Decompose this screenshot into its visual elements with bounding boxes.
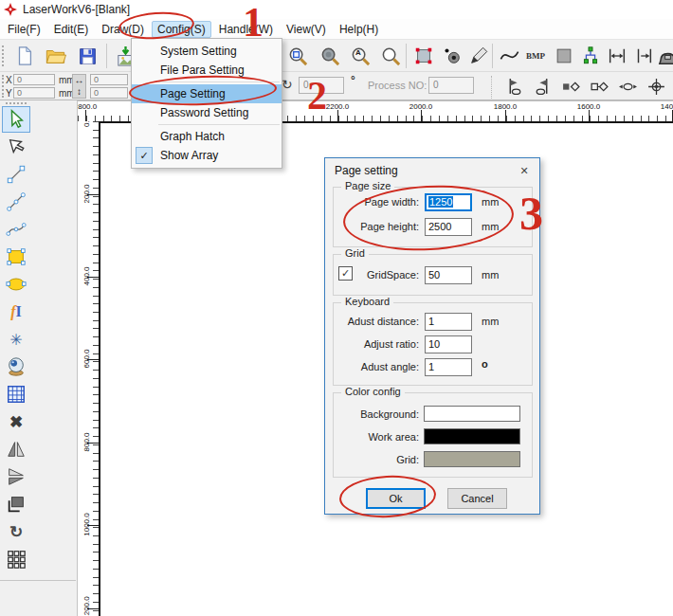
zoom-selection-icon [287, 45, 309, 67]
align-left-flag-button[interactable] [500, 73, 527, 100]
toolbar-separator [106, 44, 107, 68]
array-grid-icon [6, 549, 27, 570]
menu-file[interactable]: File(F) [2, 21, 46, 38]
laser-device-button[interactable] [654, 43, 673, 69]
x-coord-input[interactable]: 0 [13, 74, 55, 85]
cancel-button[interactable]: Cancel [447, 488, 507, 509]
text-tool-button[interactable]: fI [2, 299, 30, 325]
page-width-unit: mm [482, 196, 499, 208]
point-tool-button[interactable]: ✳ [2, 326, 30, 353]
array-tool-button[interactable] [2, 546, 30, 572]
delete-x-icon: ✖ [9, 412, 23, 432]
bmp-tool-button[interactable]: BMP [522, 43, 549, 69]
node-edit-mode-button[interactable] [577, 43, 604, 69]
page-width-input[interactable]: 1250 [425, 193, 472, 211]
adjust-angle-label: Adust angle: [325, 361, 419, 372]
pen-tool-button[interactable] [465, 43, 492, 69]
curve-smooth-button[interactable] [496, 43, 522, 69]
measure-offset-button[interactable] [630, 43, 657, 69]
background-color-label: Background: [325, 408, 419, 420]
rotate-angle-input[interactable]: 0 [299, 77, 344, 94]
x-coord-label: X [6, 75, 12, 85]
v-ruler-label: 400.0 [82, 258, 91, 296]
ok-button[interactable]: Ok [366, 488, 426, 509]
rectangle-tool-button[interactable] [2, 244, 30, 270]
menu-view[interactable]: View(V) [281, 21, 332, 38]
zoom-button[interactable] [377, 43, 404, 69]
zoom-fit-button[interactable] [317, 43, 343, 69]
menu-item-graph-hatch[interactable]: Graph Hatch [132, 127, 282, 146]
gridspace-unit: mm [482, 269, 499, 281]
menu-item-system-setting[interactable]: System Setting [132, 42, 282, 61]
toolbar-grip[interactable] [2, 45, 6, 66]
adjust-angle-input[interactable]: 1 [425, 358, 472, 376]
save-file-button[interactable] [74, 43, 100, 69]
adjust-distance-input[interactable]: 1 [425, 313, 472, 331]
distribute-horizontal-button[interactable] [614, 73, 641, 100]
page-setting-dialog: Page setting ✕ Page size Page width: 125… [324, 157, 540, 515]
grid-color-swatch[interactable] [424, 451, 520, 467]
menu-item-password-setting[interactable]: Password Setting [132, 103, 282, 122]
bezier-tool-button[interactable] [2, 216, 30, 243]
rotate-icon: ↻ [282, 77, 293, 92]
center-cross-button[interactable] [643, 73, 669, 100]
rotate-tool-button[interactable]: ↻ [2, 518, 30, 545]
polyline-tool-button[interactable] [2, 189, 30, 215]
menu-draw[interactable]: Draw(D) [96, 21, 150, 38]
gridspace-input[interactable]: 50 [425, 266, 472, 284]
grid-color-label: Grid: [325, 454, 419, 465]
menu-item-show-array[interactable]: ✓ Show Array [132, 146, 282, 165]
align-right-flag-button[interactable] [529, 73, 555, 100]
offset-tool-button[interactable] [2, 491, 30, 517]
page-height-input[interactable]: 2500 [425, 218, 472, 236]
process-no-input[interactable]: 0 [428, 77, 474, 94]
v-ruler-label: 200.0 [82, 175, 91, 213]
delete-tool-button[interactable]: ✖ [2, 408, 30, 435]
zoom-to-selection-button[interactable] [284, 43, 311, 69]
background-color-swatch[interactable] [424, 406, 520, 422]
open-file-button[interactable] [42, 43, 68, 69]
capture-tool-button[interactable] [2, 353, 30, 380]
line-tool-button[interactable] [2, 161, 30, 188]
select-area-button[interactable] [410, 43, 437, 69]
select-tool-button[interactable] [2, 106, 30, 133]
h-ruler-label: 2800.0 [78, 102, 106, 111]
menu-item-show-array-label: Show Array [160, 149, 218, 162]
clipped-edge-button[interactable] [667, 73, 673, 100]
align-diamond-rect-button[interactable] [586, 73, 612, 100]
app-logo-icon [4, 3, 17, 16]
mirror-horizontal-button[interactable] [2, 436, 30, 462]
toolbar-separator [491, 76, 492, 99]
pick-point-button[interactable] [439, 43, 465, 69]
y-coord-input[interactable]: 0 [13, 87, 55, 99]
bezier-curve-icon [6, 219, 27, 240]
width-input[interactable]: 0 [90, 74, 128, 85]
menu-item-file-para-setting[interactable]: File Para Setting [132, 61, 282, 80]
grid-tool-button[interactable] [2, 381, 30, 408]
menu-config[interactable]: Config(S) [152, 21, 211, 38]
mirror-vertical-button[interactable] [2, 463, 30, 490]
menu-help[interactable]: Help(H) [334, 21, 384, 38]
vertical-ruler: 0.0 200.0 400.0 600.0 800.0 1000.0 1200.… [78, 121, 99, 616]
size-lock-box[interactable]: ↔ ↕ [72, 74, 86, 99]
adjust-ratio-input[interactable]: 10 [425, 335, 472, 353]
line-icon [6, 164, 27, 185]
pen-icon [468, 45, 489, 66]
close-icon[interactable]: ✕ [515, 162, 534, 179]
ellipse-tool-button[interactable] [2, 271, 30, 298]
tool-palette-grip[interactable] [6, 102, 27, 104]
node-edit-tool-button[interactable] [2, 134, 30, 160]
grid-legend: Grid [341, 247, 369, 259]
fill-rect-button[interactable] [551, 43, 577, 69]
align-rect-diamond-button[interactable] [557, 73, 584, 100]
zoom-all-button[interactable]: A [347, 43, 373, 69]
toolbar-separator [406, 44, 407, 68]
menu-item-page-setting[interactable]: Page Setting [132, 84, 282, 103]
measure-width-button[interactable] [604, 43, 630, 69]
new-file-button[interactable] [11, 43, 38, 69]
work-area-color-swatch[interactable] [424, 428, 520, 444]
height-input[interactable]: 0 [90, 87, 128, 99]
adjust-distance-unit: mm [482, 316, 499, 327]
menu-edit[interactable]: Edit(E) [48, 21, 95, 38]
menu-handle[interactable]: Handle(W) [213, 21, 279, 38]
